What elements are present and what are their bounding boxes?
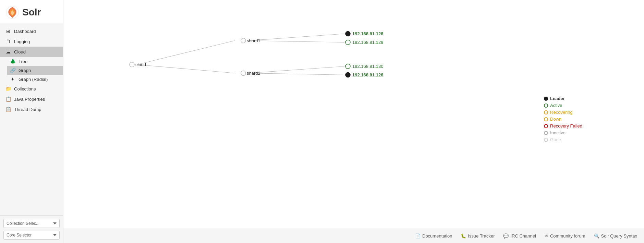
- legend-dot-inactive: [544, 131, 548, 135]
- community-forum-icon: ✉: [545, 233, 548, 239]
- logging-icon: 🗒: [5, 39, 11, 44]
- sidebar-item-dashboard-label: Dashboard: [14, 29, 36, 34]
- footer-link-community-forum[interactable]: ✉ Community forum: [545, 233, 585, 239]
- sidebar-item-logging-label: Logging: [14, 39, 30, 44]
- node-shard2[interactable]: [241, 71, 246, 76]
- legend-label-active: Active: [550, 103, 562, 108]
- label-ip3: 192.168.81.130: [352, 64, 383, 69]
- legend-dot-leader: [544, 97, 548, 101]
- cloud-sub-menu: 🌲 Tree 🔗 Graph ✦ Graph (Radial): [0, 57, 63, 84]
- irc-channel-icon: 💬: [503, 233, 509, 239]
- tree-icon: 🌲: [10, 59, 16, 64]
- legend-dot-active: [544, 104, 548, 108]
- legend-item-down: Down: [544, 117, 582, 122]
- solr-query-syntax-icon: 🔍: [594, 233, 599, 239]
- footer-label-documentation: Documentation: [422, 233, 452, 239]
- node-ip3[interactable]: [345, 64, 350, 69]
- sidebar-item-java-properties[interactable]: 📋 Java Properties: [0, 94, 63, 104]
- sidebar-item-graph-radial[interactable]: ✦ Graph (Radial): [7, 75, 63, 84]
- legend-dot-gone: [544, 138, 548, 142]
- legend-dot-down: [544, 117, 548, 121]
- footer-label-community-forum: Community forum: [550, 233, 585, 239]
- legend-dot-recovering: [544, 110, 548, 114]
- legend: Leader Active Recovering Down Recovery F…: [544, 96, 582, 144]
- legend-item-leader: Leader: [544, 96, 582, 101]
- footer-label-irc-channel: IRC Channel: [510, 233, 536, 239]
- label-cloud: cloud: [135, 62, 146, 67]
- sidebar-item-graph[interactable]: 🔗 Graph: [7, 66, 63, 75]
- legend-label-gone: Gone: [550, 137, 561, 142]
- label-ip1: 192.168.81.128: [352, 31, 383, 36]
- legend-label-down: Down: [550, 117, 561, 122]
- sidebar-dropdowns: Collection Selec... Core Selector: [0, 215, 63, 243]
- legend-item-gone: Gone: [544, 137, 582, 142]
- label-ip2: 192.168.81.129: [352, 40, 383, 45]
- footer-link-solr-query-syntax[interactable]: 🔍 Solr Query Syntax: [594, 233, 637, 239]
- label-ip4: 192.168.81.128: [352, 72, 383, 77]
- sidebar-item-cloud-label: Cloud: [14, 49, 26, 54]
- cloud-icon: ☁: [5, 49, 11, 54]
- sidebar-item-thread-dump-label: Thread Dump: [14, 107, 41, 112]
- legend-item-active: Active: [544, 103, 582, 108]
- svg-line-3: [248, 34, 344, 41]
- sidebar-item-dashboard[interactable]: ⊞ Dashboard: [0, 26, 63, 36]
- collection-selector[interactable]: Collection Selec...: [3, 219, 60, 228]
- sidebar-item-tree-label: Tree: [19, 59, 27, 64]
- footer-label-solr-query-syntax: Solr Query Syntax: [601, 233, 637, 239]
- svg-line-2: [137, 65, 235, 73]
- footer-link-issue-tracker[interactable]: 🐛 Issue Tracker: [461, 233, 495, 239]
- footer: 📄 Documentation 🐛 Issue Tracker 💬 IRC Ch…: [63, 229, 644, 243]
- graph-icon: 🔗: [10, 68, 16, 73]
- node-ip4[interactable]: [345, 73, 350, 77]
- footer-link-irc-channel[interactable]: 💬 IRC Channel: [503, 233, 536, 239]
- legend-dot-recovery-failed: [544, 124, 548, 128]
- sidebar-item-logging[interactable]: 🗒 Logging: [0, 36, 63, 47]
- legend-label-recovering: Recovering: [550, 110, 573, 115]
- legend-label-inactive: Inactive: [550, 130, 566, 135]
- svg-line-6: [248, 73, 344, 75]
- label-shard2: shard2: [247, 71, 260, 76]
- logo-area: Solr: [0, 0, 63, 23]
- node-shard1[interactable]: [241, 38, 246, 43]
- solr-logo-icon: [5, 5, 20, 20]
- collections-icon: 📁: [5, 86, 11, 92]
- svg-line-4: [248, 41, 344, 42]
- graph-area: cloud shard1 shard2 192.168.81.128 192.1…: [63, 0, 644, 229]
- java-properties-icon: 📋: [5, 96, 11, 102]
- sidebar-item-thread-dump[interactable]: 📋 Thread Dump: [0, 104, 63, 114]
- node-ip2[interactable]: [345, 40, 350, 45]
- sidebar-navigation: ⊞ Dashboard 🗒 Logging ☁ Cloud 🌲 Tree �: [0, 23, 63, 215]
- label-shard1: shard1: [247, 38, 260, 43]
- thread-dump-icon: 📋: [5, 107, 11, 112]
- legend-item-recovering: Recovering: [544, 110, 582, 115]
- documentation-icon: 📄: [415, 233, 421, 239]
- footer-link-documentation[interactable]: 📄 Documentation: [415, 233, 452, 239]
- sidebar-item-graph-label: Graph: [19, 68, 31, 73]
- main-content: cloud shard1 shard2 192.168.81.128 192.1…: [63, 0, 644, 243]
- sidebar-item-cloud[interactable]: ☁ Cloud: [0, 47, 63, 57]
- svg-line-5: [248, 66, 344, 73]
- sidebar-item-graph-radial-label: Graph (Radial): [19, 77, 48, 82]
- issue-tracker-icon: 🐛: [461, 233, 466, 239]
- dashboard-icon: ⊞: [5, 28, 11, 34]
- logo-text: Solr: [22, 7, 41, 18]
- legend-item-recovery-failed: Recovery Failed: [544, 123, 582, 129]
- svg-line-1: [137, 41, 235, 65]
- sidebar-item-tree[interactable]: 🌲 Tree: [7, 57, 63, 66]
- core-selector[interactable]: Core Selector: [3, 231, 60, 240]
- legend-label-recovery-failed: Recovery Failed: [550, 123, 582, 129]
- sidebar-item-collections-label: Collections: [14, 86, 36, 92]
- footer-label-issue-tracker: Issue Tracker: [468, 233, 495, 239]
- sidebar-item-java-properties-label: Java Properties: [14, 97, 45, 102]
- legend-label-leader: Leader: [550, 96, 565, 101]
- graph-radial-icon: ✦: [10, 76, 16, 82]
- sidebar: Solr ⊞ Dashboard 🗒 Logging ☁ Cloud 🌲: [0, 0, 63, 243]
- node-cloud[interactable]: [130, 62, 134, 67]
- sidebar-item-collections[interactable]: 📁 Collections: [0, 84, 63, 94]
- node-ip1[interactable]: [345, 32, 350, 36]
- legend-item-inactive: Inactive: [544, 130, 582, 135]
